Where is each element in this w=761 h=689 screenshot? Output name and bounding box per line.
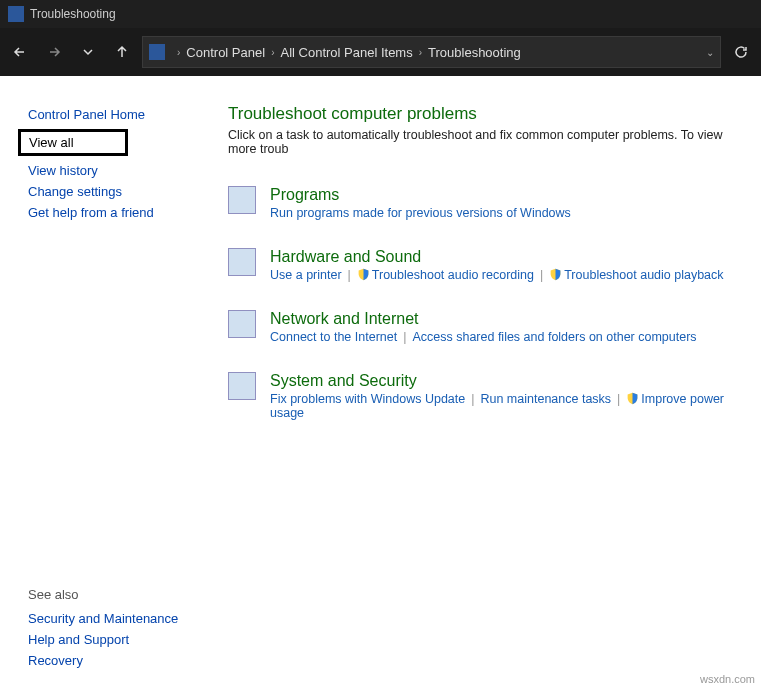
task-link[interactable]: Use a printer (270, 268, 342, 282)
view-all-link[interactable]: View all (18, 129, 128, 156)
category-row: Network and InternetConnect to the Inter… (228, 310, 751, 344)
category-body: System and SecurityFix problems with Win… (270, 372, 751, 420)
task-link[interactable]: Run maintenance tasks (480, 392, 611, 406)
recent-dropdown[interactable] (74, 38, 102, 66)
chevron-right-icon: › (271, 47, 274, 58)
titlebar: Troubleshooting (0, 0, 761, 28)
address-bar[interactable]: › Control Panel › All Control Panel Item… (142, 36, 721, 68)
category-icon (228, 186, 256, 214)
task-link[interactable]: Fix problems with Windows Update (270, 392, 465, 406)
category-icon (228, 248, 256, 276)
uac-shield-icon (549, 268, 562, 281)
uac-shield-icon (357, 268, 370, 281)
chevron-right-icon: › (419, 47, 422, 58)
separator: | (617, 392, 620, 406)
window-title: Troubleshooting (30, 7, 116, 21)
task-link[interactable]: Troubleshoot audio recording (372, 268, 534, 282)
category-title[interactable]: Network and Internet (270, 310, 697, 328)
category-title[interactable]: Hardware and Sound (270, 248, 724, 266)
category-icon (228, 372, 256, 400)
category-row: System and SecurityFix problems with Win… (228, 372, 751, 420)
category-links: Use a printer|Troubleshoot audio recordi… (270, 268, 724, 282)
category-title[interactable]: Programs (270, 186, 571, 204)
change-settings-link[interactable]: Change settings (28, 181, 200, 202)
refresh-button[interactable] (727, 38, 755, 66)
sidebar: Control Panel Home View all View history… (0, 76, 200, 689)
category-icon (228, 310, 256, 338)
page-intro: Click on a task to automatically trouble… (228, 128, 751, 156)
up-button[interactable] (108, 38, 136, 66)
see-also-link[interactable]: Security and Maintenance (28, 608, 178, 629)
breadcrumb-item[interactable]: Troubleshooting (428, 45, 521, 60)
back-button[interactable] (6, 38, 34, 66)
task-link[interactable]: Access shared files and folders on other… (412, 330, 696, 344)
control-panel-home-link[interactable]: Control Panel Home (28, 104, 200, 125)
category-row: ProgramsRun programs made for previous v… (228, 186, 751, 220)
task-link[interactable]: Run programs made for previous versions … (270, 206, 571, 220)
get-help-link[interactable]: Get help from a friend (28, 202, 200, 223)
view-all-label: View all (29, 135, 74, 150)
breadcrumb-item[interactable]: Control Panel (186, 45, 265, 60)
separator: | (540, 268, 543, 282)
category-body: ProgramsRun programs made for previous v… (270, 186, 571, 220)
see-also-heading: See also (28, 587, 178, 602)
app-icon (8, 6, 24, 22)
category-links: Fix problems with Windows Update|Run mai… (270, 392, 751, 420)
category-title[interactable]: System and Security (270, 372, 751, 390)
see-also-link[interactable]: Recovery (28, 650, 178, 671)
task-link[interactable]: Troubleshoot audio playback (564, 268, 723, 282)
separator: | (471, 392, 474, 406)
forward-button[interactable] (40, 38, 68, 66)
main-content: Troubleshoot computer problems Click on … (200, 76, 761, 689)
separator: | (403, 330, 406, 344)
category-links: Connect to the Internet|Access shared fi… (270, 330, 697, 344)
category-links: Run programs made for previous versions … (270, 206, 571, 220)
view-history-link[interactable]: View history (28, 160, 200, 181)
navbar: › Control Panel › All Control Panel Item… (0, 28, 761, 76)
breadcrumb-item[interactable]: All Control Panel Items (280, 45, 412, 60)
separator: | (348, 268, 351, 282)
control-panel-icon (149, 44, 165, 60)
see-also-section: See also Security and Maintenance Help a… (28, 587, 178, 671)
uac-shield-icon (626, 392, 639, 405)
page-title: Troubleshoot computer problems (228, 104, 751, 124)
category-row: Hardware and SoundUse a printer|Troubles… (228, 248, 751, 282)
address-drop-icon[interactable]: ⌄ (706, 47, 714, 58)
chevron-right-icon: › (177, 47, 180, 58)
task-link[interactable]: Connect to the Internet (270, 330, 397, 344)
category-body: Network and InternetConnect to the Inter… (270, 310, 697, 344)
category-body: Hardware and SoundUse a printer|Troubles… (270, 248, 724, 282)
watermark: wsxdn.com (700, 673, 755, 685)
see-also-link[interactable]: Help and Support (28, 629, 178, 650)
